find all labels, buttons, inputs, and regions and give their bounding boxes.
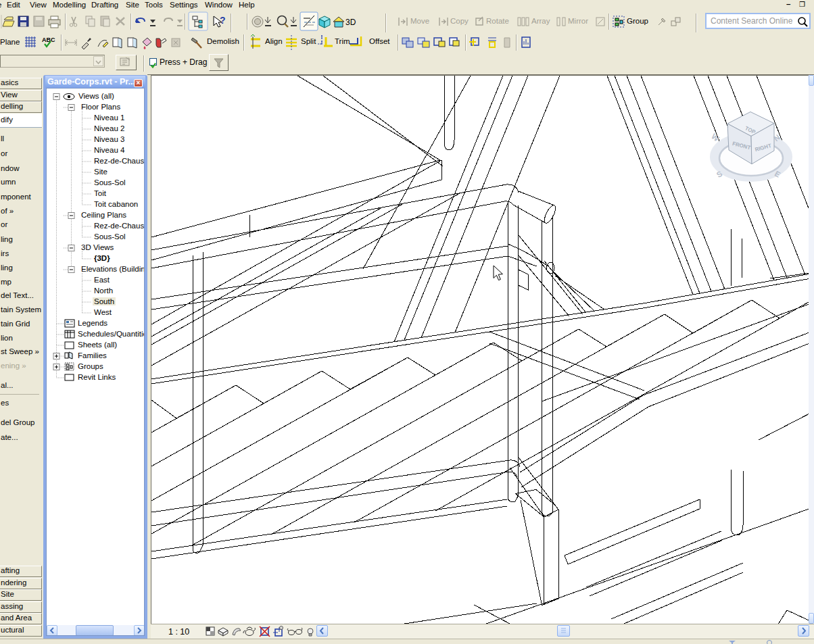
- svg-text:?: ?: [220, 15, 226, 26]
- svg-text:ABC: ABC: [42, 36, 55, 43]
- svg-text:3D: 3D: [345, 18, 356, 27]
